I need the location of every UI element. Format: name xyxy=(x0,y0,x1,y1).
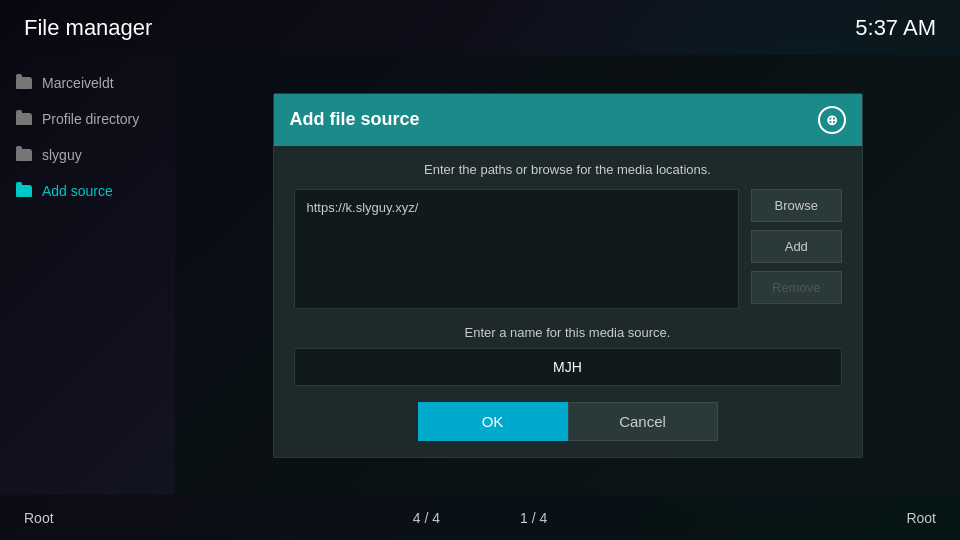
sidebar-item-label: Marceiveldt xyxy=(42,75,114,91)
folder-icon xyxy=(16,149,32,161)
sidebar-item-marceiveldt[interactable]: Marceiveldt xyxy=(0,65,175,101)
paths-instruction: Enter the paths or browse for the media … xyxy=(294,162,842,177)
cancel-button[interactable]: Cancel xyxy=(568,402,718,441)
dialog-actions: OK Cancel xyxy=(294,402,842,441)
footer-right-label: Root xyxy=(906,510,936,526)
footer-center: 4 / 4 1 / 4 xyxy=(413,510,548,526)
source-name-input[interactable] xyxy=(294,348,842,386)
sidebar-item-label: slyguy xyxy=(42,147,82,163)
browse-button[interactable]: Browse xyxy=(751,189,841,222)
name-instruction: Enter a name for this media source. xyxy=(294,325,842,340)
ok-button[interactable]: OK xyxy=(418,402,568,441)
path-buttons: Browse Add Remove xyxy=(751,189,841,309)
folder-icon xyxy=(16,113,32,125)
folder-icon xyxy=(16,77,32,89)
footer-center-right: 1 / 4 xyxy=(520,510,547,526)
paths-list: https://k.slyguy.xyz/ xyxy=(294,189,740,309)
footer: Root 4 / 4 1 / 4 Root xyxy=(0,495,960,540)
modal-overlay: Add file source ⊕ Enter the paths or bro… xyxy=(175,55,960,495)
app-title: File manager xyxy=(24,15,152,41)
add-file-source-dialog: Add file source ⊕ Enter the paths or bro… xyxy=(273,93,863,458)
sidebar-item-slyguy[interactable]: slyguy xyxy=(0,137,175,173)
footer-center-left: 4 / 4 xyxy=(413,510,440,526)
sidebar-item-profile-directory[interactable]: Profile directory xyxy=(0,101,175,137)
header: File manager 5:37 AM xyxy=(0,0,960,55)
sidebar-item-label: Profile directory xyxy=(42,111,139,127)
paths-section: https://k.slyguy.xyz/ Browse Add Remove xyxy=(294,189,842,309)
dialog-body: Enter the paths or browse for the media … xyxy=(274,146,862,457)
add-button[interactable]: Add xyxy=(751,230,841,263)
dialog-title: Add file source xyxy=(290,109,420,130)
dialog-header: Add file source ⊕ xyxy=(274,94,862,146)
path-item[interactable]: https://k.slyguy.xyz/ xyxy=(303,198,731,217)
folder-icon xyxy=(16,185,32,197)
sidebar-item-add-source[interactable]: Add source xyxy=(0,173,175,209)
clock: 5:37 AM xyxy=(855,15,936,41)
kodi-logo-icon: ⊕ xyxy=(826,112,838,128)
dialog-close-button[interactable]: ⊕ xyxy=(818,106,846,134)
remove-button[interactable]: Remove xyxy=(751,271,841,304)
footer-left-label: Root xyxy=(24,510,54,526)
sidebar: Marceiveldt Profile directory slyguy Add… xyxy=(0,55,175,495)
sidebar-item-label: Add source xyxy=(42,183,113,199)
